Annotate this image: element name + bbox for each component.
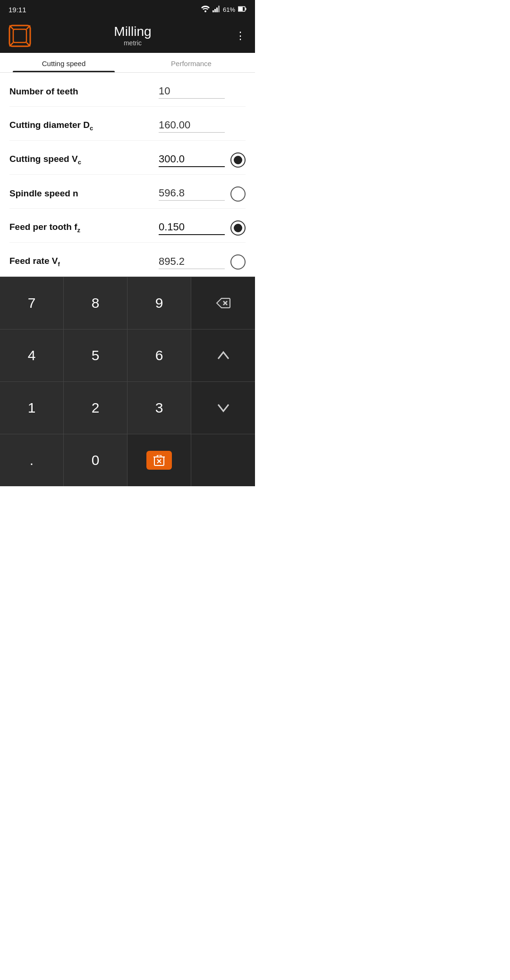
svg-point-0 — [204, 10, 206, 12]
radio-btn-4[interactable] — [230, 220, 246, 236]
svg-rect-2 — [214, 9, 216, 12]
svg-rect-3 — [216, 8, 218, 12]
kb-clear-key[interactable] — [128, 434, 191, 486]
form-label-4: Feed per tooth fz — [9, 222, 159, 234]
kb-empty-key-3-3 — [191, 434, 255, 486]
form-input-2[interactable] — [159, 153, 225, 167]
kb-up-key[interactable] — [191, 329, 255, 381]
form-row-0: Number of teeth — [9, 73, 246, 107]
svg-rect-4 — [218, 6, 220, 12]
form-row-3: Spindle speed n — [9, 175, 246, 209]
tab-cutting-speed[interactable]: Cutting speed — [0, 53, 128, 72]
kb-key-7[interactable]: 7 — [0, 277, 64, 329]
svg-rect-20 — [157, 455, 161, 456]
kb-key-9[interactable]: 9 — [128, 277, 191, 329]
app-header: Milling metric ⋮ — [0, 19, 255, 53]
form-label-0: Number of teeth — [9, 86, 159, 97]
form-label-3: Spindle speed n — [9, 188, 159, 199]
keyboard: 789 456 123 .0 — [0, 277, 255, 486]
kb-key-6[interactable]: 6 — [128, 329, 191, 381]
radio-btn-3[interactable] — [230, 186, 246, 202]
radio-btn-2[interactable] — [230, 152, 246, 168]
form-row-2: Cutting speed Vc — [9, 141, 246, 175]
signal-icon — [212, 6, 220, 14]
svg-rect-1 — [212, 10, 214, 12]
form-input-5[interactable] — [159, 255, 225, 269]
battery-icon — [238, 6, 246, 13]
form-input-0[interactable] — [159, 85, 225, 99]
status-bar: 19:11 61% — [0, 0, 255, 19]
tabs: Cutting speed Performance — [0, 53, 255, 73]
kb-row-0: 789 — [0, 277, 255, 329]
svg-rect-7 — [246, 8, 246, 10]
kb-key-8[interactable]: 8 — [64, 277, 128, 329]
form-row-4: Feed per tooth fz — [9, 209, 246, 243]
kb-key-.[interactable]: . — [0, 434, 64, 486]
kb-backspace-key[interactable] — [191, 277, 255, 329]
kb-row-2: 123 — [0, 381, 255, 434]
kb-key-5[interactable]: 5 — [64, 329, 128, 381]
tab-performance[interactable]: Performance — [128, 53, 255, 72]
app-title: Milling — [32, 25, 233, 39]
form-label-2: Cutting speed Vc — [9, 154, 159, 166]
kb-down-key[interactable] — [191, 382, 255, 434]
app-subtitle: metric — [32, 39, 233, 47]
kb-key-0[interactable]: 0 — [64, 434, 128, 486]
svg-rect-6 — [238, 7, 243, 11]
form-area: Number of teethCutting diameter DcCuttin… — [0, 73, 255, 277]
kb-key-2[interactable]: 2 — [64, 382, 128, 434]
app-logo — [8, 24, 32, 48]
form-row-1: Cutting diameter Dc — [9, 107, 246, 141]
form-input-3[interactable] — [159, 187, 225, 201]
wifi-icon — [201, 6, 210, 14]
form-label-1: Cutting diameter Dc — [9, 120, 159, 132]
form-input-1[interactable] — [159, 119, 225, 133]
kb-key-3[interactable]: 3 — [128, 382, 191, 434]
radio-placeholder-0 — [230, 84, 246, 100]
kb-row-3: .0 — [0, 434, 255, 486]
radio-btn-5[interactable] — [230, 254, 246, 270]
form-label-5: Feed rate Vf — [9, 256, 159, 268]
form-row-5: Feed rate Vf — [9, 243, 246, 277]
form-input-4[interactable] — [159, 221, 225, 235]
kb-key-4[interactable]: 4 — [0, 329, 64, 381]
app-title-block: Milling metric — [32, 25, 233, 47]
kb-row-1: 456 — [0, 329, 255, 381]
radio-placeholder-1 — [230, 118, 246, 134]
kb-key-1[interactable]: 1 — [0, 382, 64, 434]
battery-label: 61% — [223, 6, 235, 13]
status-icons: 61% — [201, 6, 246, 14]
svg-rect-9 — [13, 29, 26, 42]
menu-icon[interactable]: ⋮ — [233, 28, 247, 44]
status-time: 19:11 — [8, 6, 26, 14]
